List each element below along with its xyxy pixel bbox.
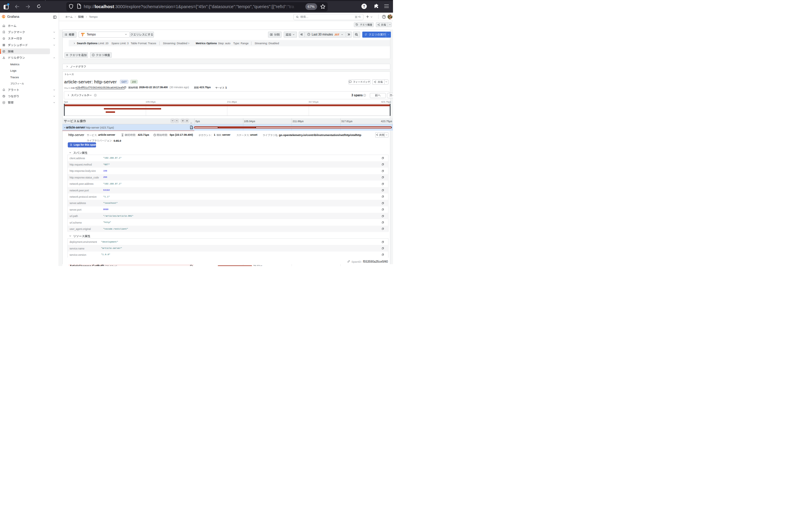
svg-text:LOG: LOG — [190, 127, 193, 129]
